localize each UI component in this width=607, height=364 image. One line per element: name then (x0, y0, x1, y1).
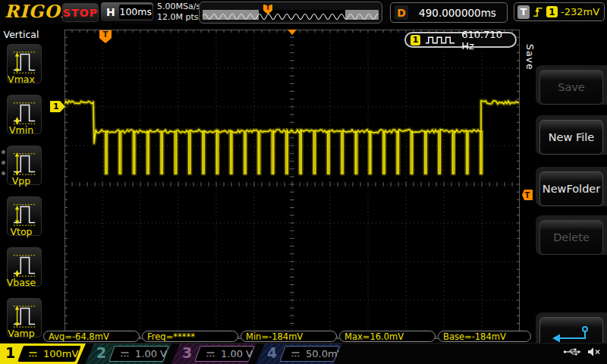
channel-3-number: 3 (182, 344, 192, 361)
new-folder-button[interactable]: NewFolder (539, 171, 603, 206)
channel-2-scale-box: 1.00 V (109, 346, 169, 362)
menu-title: Vertical (0, 29, 42, 40)
trigger-level-value: -232mV (561, 6, 599, 17)
dc-coupling-icon (291, 347, 300, 361)
measurement-base: Base=-184mV (438, 331, 531, 342)
measurement-min: Min=-184mV (241, 331, 337, 342)
t-label: T (517, 5, 530, 19)
dc-coupling-icon (120, 347, 130, 361)
channel-1-scale: 100mV (43, 348, 78, 359)
vtop-label: Vtop (0, 226, 42, 237)
vmin-label: Vmin (0, 124, 42, 136)
channel-4-number: 4 (267, 344, 277, 361)
channel-2-tab[interactable]: 2 1.00 V (85, 344, 171, 364)
menu-tab-label: Save (524, 44, 536, 71)
run-state-badge[interactable]: STOP (62, 3, 99, 22)
top-bar: RIGOL STOP H 100ms 5.00MSa/s 12.0M pts T… (0, 0, 607, 25)
channel-2-scale: 1.00 V (135, 348, 167, 359)
vertical-measure-menu: Vertical Vmax Vmin Vpp Vtop Vbase (0, 24, 43, 343)
vmax-label: Vmax (0, 74, 42, 85)
channel-4-scale-box: 50.0mV (279, 346, 340, 362)
measurement-avg: Avg=-64.8mV (43, 331, 140, 342)
softkey-menu: Save New File NewFolder Delete (533, 24, 607, 343)
trigger-source-chip: 1 (546, 6, 558, 17)
dc-coupling-icon (206, 347, 215, 361)
trigger-readout: T 1 -232mV (514, 2, 605, 21)
channel-4-tab[interactable]: 4 50.0mV (256, 344, 342, 364)
measurement-freq: Freq=***** (142, 331, 238, 342)
page-indicator-dot (2, 161, 5, 165)
oscilloscope-screen: RIGOL STOP H 100ms 5.00MSa/s 12.0M pts T… (0, 0, 607, 364)
return-arrow-icon (550, 325, 593, 344)
channel-1-scale-box: 100mV (17, 346, 81, 362)
vamp-label: Vamp (0, 328, 42, 339)
channel-4-scale: 50.0mV (306, 348, 344, 359)
memory-depth: 12.0M pts (157, 12, 200, 23)
waveform-memory-bar: T (199, 2, 382, 24)
delay-readout: D 490.000000ms (390, 2, 508, 23)
channel-1-number: 1 (5, 344, 15, 361)
delay-center-marker-icon (288, 30, 297, 35)
vpp-label: Vpp (0, 175, 42, 187)
h-label: H (106, 6, 115, 18)
delete-button[interactable]: Delete (539, 220, 603, 255)
timebase-value: 100ms (119, 5, 153, 19)
dc-coupling-icon (28, 347, 38, 361)
save-button[interactable]: Save (539, 70, 603, 105)
usb-icon (563, 347, 581, 356)
ch1-waveform-trace (64, 30, 520, 339)
delay-value: 490.000000ms (408, 7, 507, 19)
channel-3-scale-box: 1.00 V (194, 346, 255, 362)
memory-wave-icon (203, 10, 379, 20)
channel-2-number: 2 (96, 344, 106, 361)
d-label: D (395, 5, 408, 20)
horizontal-timebase-control[interactable]: H 100ms (101, 2, 153, 21)
square-wave-icon (425, 35, 457, 46)
sample-rate: 5.00MSa/s (157, 2, 200, 12)
frequency-counter: 1 610.710 Hz (404, 32, 517, 48)
page-indicator-dot (2, 171, 5, 175)
channel-status-bar: 1 100mV 2 1.00 V 3 1.00 V (0, 343, 607, 364)
page-indicator-dot (2, 150, 5, 154)
rising-edge-icon (533, 5, 543, 18)
new-file-button[interactable]: New File (539, 120, 603, 155)
channel-3-scale: 1.00 V (221, 348, 253, 359)
counter-value: 610.710 Hz (461, 29, 515, 52)
channel-3-tab[interactable]: 3 1.00 V (171, 344, 256, 364)
waveform-display (42, 24, 533, 343)
counter-source-chip: 1 (410, 35, 420, 46)
vbase-label: Vbase (0, 277, 42, 288)
acquisition-info: 5.00MSa/s 12.0M pts (157, 2, 200, 23)
speaker-muted-icon (587, 347, 601, 357)
channel-1-tab[interactable]: 1 100mV (0, 344, 86, 364)
measurement-max: Max=16.0mV (339, 331, 436, 342)
